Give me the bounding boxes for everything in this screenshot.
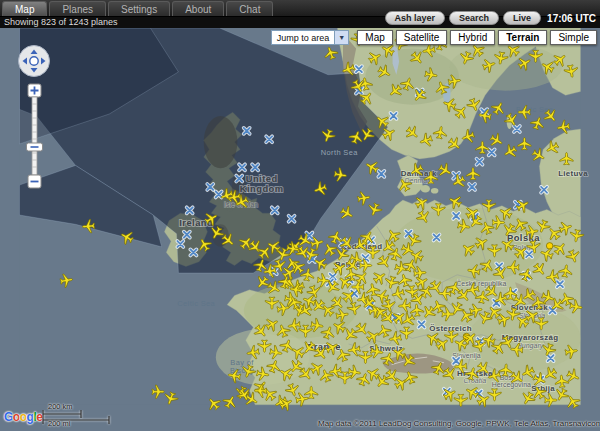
- plane-icon[interactable]: [312, 345, 330, 363]
- plane-icon[interactable]: [459, 240, 477, 258]
- plane-icon[interactable]: [390, 286, 405, 302]
- chevron-down-icon[interactable]: ▼: [334, 31, 348, 44]
- plane-icon[interactable]: [340, 61, 356, 78]
- plane-icon[interactable]: [491, 265, 509, 282]
- plane-icon[interactable]: [402, 369, 419, 385]
- plane-icon[interactable]: [555, 375, 569, 388]
- plane-icon[interactable]: [240, 363, 257, 379]
- plane-icon[interactable]: [258, 340, 271, 352]
- plane-icon[interactable]: [330, 318, 347, 336]
- plane-icon[interactable]: [430, 298, 447, 314]
- plane-icon[interactable]: [59, 273, 73, 288]
- plane-icon[interactable]: [375, 253, 393, 271]
- plane-icon[interactable]: [530, 260, 548, 278]
- plane-icon[interactable]: [558, 264, 573, 278]
- plane-icon[interactable]: [489, 100, 507, 117]
- map-type-satellite-button[interactable]: Satellite: [396, 30, 448, 45]
- plane-icon[interactable]: [265, 297, 278, 309]
- plane-icon[interactable]: [277, 365, 294, 383]
- plane-icon[interactable]: [333, 167, 347, 182]
- plane-icon[interactable]: [338, 372, 351, 384]
- plane-icon[interactable]: [246, 345, 260, 360]
- plane-icon[interactable]: [488, 389, 501, 401]
- crossed-plane-marker[interactable]: [356, 66, 362, 72]
- plane-icon[interactable]: [564, 64, 579, 78]
- plane-icon[interactable]: [322, 45, 339, 61]
- plane-icon[interactable]: [348, 129, 365, 145]
- plane-icon[interactable]: [518, 105, 530, 118]
- plane-icon[interactable]: [424, 171, 437, 183]
- plane-icon[interactable]: [476, 141, 489, 153]
- plane-icon[interactable]: [338, 204, 355, 222]
- plane-icon[interactable]: [373, 112, 391, 130]
- plane-icon[interactable]: [287, 358, 305, 376]
- crossed-plane-marker[interactable]: [526, 251, 532, 257]
- plane-icon[interactable]: [478, 257, 496, 274]
- live-button[interactable]: Live: [503, 11, 541, 25]
- plane-icon[interactable]: [364, 328, 381, 346]
- plane-icon[interactable]: [357, 190, 371, 205]
- plane-icon[interactable]: [312, 180, 328, 197]
- plane-icon[interactable]: [413, 194, 430, 212]
- plane-icon[interactable]: [529, 50, 542, 62]
- plane-icon[interactable]: [388, 331, 402, 346]
- plane-icon[interactable]: [474, 359, 492, 377]
- plane-icon[interactable]: [221, 393, 239, 410]
- plane-icon[interactable]: [525, 224, 539, 239]
- crossed-plane-marker[interactable]: [236, 176, 242, 182]
- plane-icon[interactable]: [376, 323, 393, 339]
- plane-icon[interactable]: [399, 76, 416, 92]
- plane-icon[interactable]: [560, 153, 573, 165]
- zoom-slider-track[interactable]: [32, 97, 37, 175]
- crossed-plane-marker[interactable]: [514, 126, 520, 132]
- crossed-plane-marker[interactable]: [207, 184, 213, 190]
- crossed-plane-marker[interactable]: [391, 113, 397, 119]
- plane-icon[interactable]: [439, 287, 451, 300]
- crossed-plane-marker[interactable]: [489, 149, 495, 155]
- plane-icon[interactable]: [539, 58, 556, 76]
- crossed-plane-marker[interactable]: [453, 213, 459, 219]
- plane-icon[interactable]: [458, 50, 475, 66]
- crossed-plane-marker[interactable]: [453, 358, 459, 364]
- plane-icon[interactable]: [398, 298, 411, 312]
- plane-icon[interactable]: [434, 80, 451, 96]
- tab-map[interactable]: Map: [2, 1, 47, 16]
- tab-about[interactable]: About: [172, 1, 224, 16]
- crossed-plane-marker[interactable]: [434, 234, 440, 240]
- plane-icon[interactable]: [118, 228, 135, 246]
- plane-icon[interactable]: [446, 193, 463, 211]
- plane-icon[interactable]: [493, 51, 508, 65]
- plane-icon[interactable]: [432, 204, 445, 216]
- plane-icon[interactable]: [436, 161, 453, 179]
- plane-icon[interactable]: [205, 395, 223, 413]
- plane-icon[interactable]: [518, 138, 531, 150]
- plane-icon[interactable]: [502, 143, 519, 161]
- plane-icon[interactable]: [529, 115, 546, 131]
- plane-icon[interactable]: [466, 97, 483, 113]
- plane-icon[interactable]: [323, 339, 340, 357]
- plane-icon[interactable]: [363, 158, 380, 176]
- plane-icon[interactable]: [284, 382, 301, 398]
- plane-icon[interactable]: [475, 290, 490, 304]
- plane-icon[interactable]: [430, 360, 447, 377]
- plane-icon[interactable]: [466, 282, 480, 297]
- plane-icon[interactable]: [410, 86, 428, 104]
- plane-icon[interactable]: [152, 385, 164, 398]
- plane-icon[interactable]: [420, 303, 438, 321]
- plane-icon[interactable]: [516, 55, 533, 73]
- pan-center-button[interactable]: [30, 57, 38, 65]
- plane-icon[interactable]: [82, 219, 95, 233]
- plane-icon[interactable]: [390, 344, 407, 362]
- tab-chat[interactable]: Chat: [226, 1, 273, 16]
- plane-icon[interactable]: [535, 318, 548, 330]
- plane-icon[interactable]: [445, 135, 463, 153]
- crossed-plane-marker[interactable]: [190, 249, 196, 255]
- poi-marker[interactable]: [546, 243, 553, 250]
- crossed-plane-marker[interactable]: [272, 207, 278, 213]
- plane-icon[interactable]: [497, 204, 514, 222]
- plane-icon[interactable]: [162, 390, 179, 406]
- plane-icon[interactable]: [263, 315, 280, 333]
- plane-icon[interactable]: [447, 74, 461, 89]
- plane-icon[interactable]: [551, 51, 569, 69]
- plane-icon[interactable]: [413, 266, 426, 280]
